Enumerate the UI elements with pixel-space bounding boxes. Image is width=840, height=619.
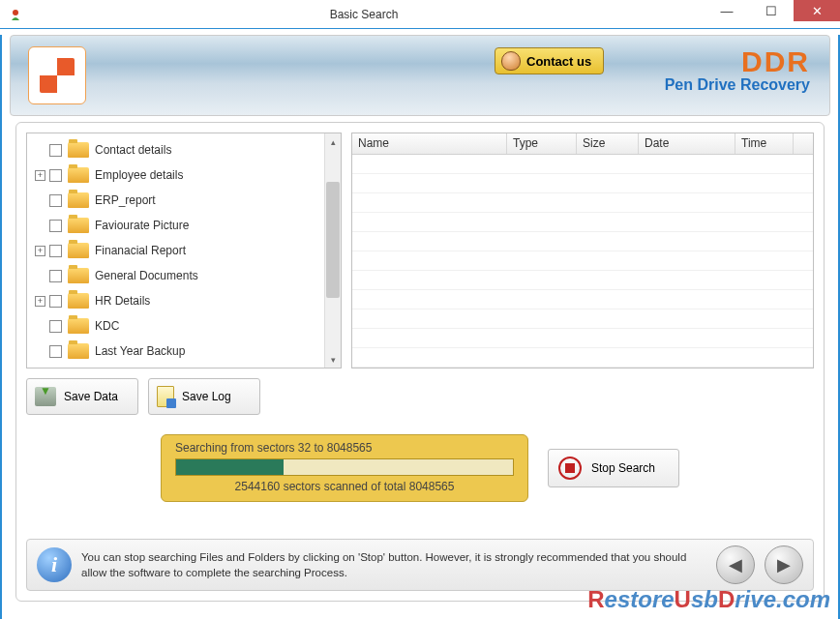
tree-item-label: Employee details [95,168,183,182]
app-icon [8,7,23,22]
header-banner: Contact us DDR Pen Drive Recovery [10,35,830,116]
folder-icon [68,142,89,158]
progress-top-text: Searching from sectors 32 to 8048565 [175,441,514,455]
checkbox[interactable] [49,295,62,308]
tree-item-label: ERP_report [95,193,156,207]
info-text: You can stop searching Files and Folders… [81,549,706,580]
list-row [352,174,813,193]
expander-icon[interactable]: + [35,246,45,256]
brand-subtitle: Pen Drive Recovery [665,76,810,94]
list-row [352,251,813,271]
list-row [352,348,813,368]
tree-item-label: KDC [95,319,119,333]
expander-icon[interactable]: + [35,170,45,181]
list-row [352,290,813,310]
checkbox[interactable] [49,144,62,157]
folder-icon [68,318,89,334]
brand-name: DDR [665,45,810,78]
next-button[interactable]: ▶ [765,545,803,584]
scroll-up-icon[interactable]: ▴ [325,133,341,150]
checkbox[interactable] [49,345,62,358]
tree-item[interactable]: +HR Details [27,288,324,313]
save-data-label: Save Data [64,390,118,403]
column-header[interactable]: Time [735,133,794,154]
contact-label: Contact us [526,54,591,69]
tree-item[interactable]: KDC [27,313,324,339]
folder-icon [68,192,89,208]
person-icon [501,51,521,71]
progress-box: Searching from sectors 32 to 8048565 254… [161,434,528,502]
titlebar: Basic Search — ☐ ✕ [0,0,840,29]
list-row [352,271,813,290]
window-title: Basic Search [23,8,705,21]
save-data-button[interactable]: Save Data [26,378,138,415]
tree-item[interactable]: Last Year Backup [27,339,324,364]
column-header[interactable]: Size [577,133,639,154]
column-header[interactable]: Date [639,133,735,154]
tree-item[interactable]: Contact details [27,137,324,162]
brand-block: DDR Pen Drive Recovery [665,45,810,94]
info-icon: i [37,547,72,582]
list-row [352,310,813,329]
folder-tree[interactable]: Contact details+Employee detailsERP_repo… [26,133,342,368]
folder-icon [68,243,89,258]
tree-scrollbar[interactable]: ▴ ▾ [324,133,341,368]
tree-item-label: Last Year Backup [95,344,185,358]
progress-fill [176,459,284,475]
progress-row: Searching from sectors 32 to 8048565 254… [26,434,814,502]
checkbox[interactable] [49,194,62,207]
progress-bar [175,458,514,476]
list-row [352,213,813,232]
list-row [352,329,813,348]
save-data-icon [35,387,56,406]
folder-icon [68,218,89,233]
scroll-thumb[interactable] [326,182,340,298]
list-body [352,155,813,366]
list-row [352,232,813,251]
checkbox[interactable] [49,169,62,182]
column-header[interactable]: Type [507,133,577,154]
tree-item-label: General Documents [95,269,198,282]
checkbox[interactable] [49,270,62,282]
prev-button[interactable]: ◀ [716,545,755,584]
contact-us-button[interactable]: Contact us [495,47,604,74]
save-log-label: Save Log [182,390,231,403]
tree-item[interactable]: +Finanacial Report [27,238,324,263]
action-buttons: Save Data Save Log [26,378,814,415]
progress-bottom-text: 2544160 sectors scanned of total 8048565 [175,480,514,493]
info-bar: i You can stop searching Files and Folde… [26,539,814,591]
window-controls: — ☐ ✕ [705,0,840,28]
list-header: NameTypeSizeDateTime [352,133,813,155]
watermark: RestoreUsbDrive.com [587,586,830,613]
tree-item-label: HR Details [95,294,150,308]
checkbox[interactable] [49,320,62,333]
stop-search-button[interactable]: Stop Search [548,449,679,487]
column-header[interactable]: Name [352,133,507,154]
close-button[interactable]: ✕ [794,0,840,21]
folder-icon [68,343,89,359]
checkbox[interactable] [49,245,62,257]
folder-icon [68,268,89,283]
list-row [352,155,813,174]
tree-item[interactable]: General Documents [27,263,324,288]
tree-item[interactable]: Faviourate Picture [27,213,324,238]
svg-point-0 [13,10,18,15]
list-row [352,193,813,213]
tree-item-label: Faviourate Picture [95,219,189,232]
folder-icon [68,293,89,309]
file-browser-row: Contact details+Employee detailsERP_repo… [26,133,814,368]
stop-label: Stop Search [591,461,655,475]
checkbox[interactable] [49,220,62,232]
minimize-button[interactable]: — [705,0,749,21]
body-panel: Contact details+Employee detailsERP_repo… [15,122,825,602]
tree-item[interactable]: ERP_report [27,188,324,213]
tree-item-label: Finanacial Report [95,244,186,257]
maximize-button[interactable]: ☐ [749,0,794,21]
expander-icon[interactable]: + [35,296,45,307]
file-list[interactable]: NameTypeSizeDateTime [351,133,814,368]
save-log-icon [157,386,174,407]
save-log-button[interactable]: Save Log [148,378,260,415]
tree-item[interactable]: +Employee details [27,162,324,188]
scroll-down-icon[interactable]: ▾ [325,351,341,368]
logo [28,46,86,104]
